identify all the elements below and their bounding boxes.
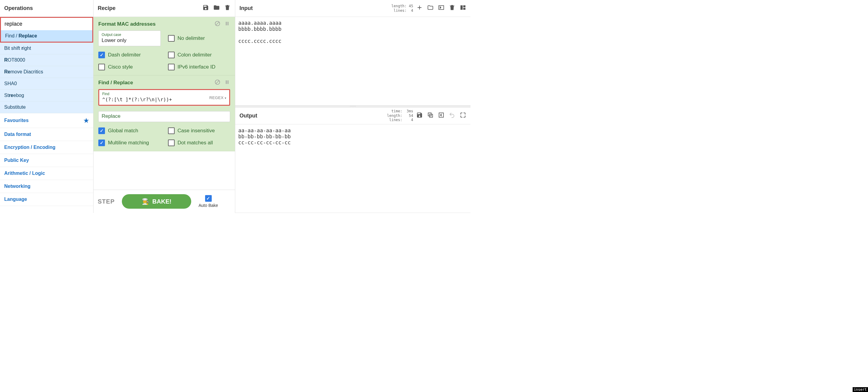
checkbox-icon [98,64,105,71]
operations-search-input[interactable] [0,17,93,30]
category-item[interactable]: Data format [0,128,93,141]
colon-delimiter-checkbox[interactable]: Colon delimiter [168,52,230,58]
step-button[interactable]: STEP [98,198,115,205]
operation-result[interactable]: Find / Replace [0,30,93,43]
io-resize-handle[interactable] [235,106,470,108]
category-item[interactable]: Encryption / Encoding [0,141,93,154]
save-recipe-icon[interactable] [203,4,209,12]
svg-rect-7 [228,80,228,84]
copy-output-icon[interactable] [427,112,434,120]
multiline-checkbox[interactable]: Multiline matching [98,140,161,146]
ipv6-interface-checkbox[interactable]: IPv6 interface ID [168,64,230,71]
checkbox-icon [168,52,175,58]
find-type-dropdown[interactable]: REGEX [209,95,226,100]
operations-header: Operations [0,0,93,17]
bake-bar: STEP 👨‍🍳 BAKE! Auto Bake [93,190,235,213]
checkbox-icon [205,195,212,202]
no-delimiter-checkbox[interactable]: No delimiter [168,30,230,46]
svg-line-1 [216,22,219,25]
dot-matches-all-checkbox[interactable]: Dot matches all [168,140,230,146]
operation-result[interactable]: Remove Diacritics [0,66,93,78]
svg-rect-10 [463,5,465,7]
input-title: Input [240,5,253,11]
operation-result[interactable]: Bit shift right [0,43,93,54]
category-item[interactable]: Language [0,193,93,206]
open-recipe-icon[interactable] [213,4,220,12]
add-input-tab-icon[interactable] [416,4,423,12]
output-meta: time: 3ms length: 54 lines: 4 [387,109,413,122]
replace-input[interactable]: Replace [98,111,230,122]
cisco-style-checkbox[interactable]: Cisco style [98,64,161,71]
open-file-icon[interactable] [438,4,444,12]
bake-button[interactable]: 👨‍🍳 BAKE! [122,194,191,209]
operations-search-wrap [0,17,93,30]
input-panel: Input length: 45 lines: 4 aaaa.aaaa.aaaa… [235,0,470,106]
recipe-panel: Recipe Format MAC addresses Output case … [93,0,235,213]
reset-layout-icon[interactable] [460,4,466,12]
find-input[interactable]: Find ^(?:[\t ]*(?:\r?\n|\r))+ REGEX [98,89,230,106]
output-panel: Output time: 3ms length: 54 lines: 4 aa-… [235,108,470,213]
checkbox-icon [98,140,105,146]
undo-icon[interactable] [449,112,456,120]
pause-op-icon[interactable] [224,79,230,86]
checkbox-icon [168,35,175,42]
disable-op-icon[interactable] [214,21,220,27]
output-case-select[interactable]: Output case Lower only [98,30,161,46]
input-textarea[interactable]: aaaa.aaaa.aaaa bbbb.bbbb.bbbb cccc.cccc.… [235,17,470,105]
recipe-op-title: Find / Replace [98,80,133,86]
checkbox-icon [168,128,175,134]
category-item[interactable]: Networking [0,180,93,193]
recipe-title: Recipe [98,5,116,11]
checkbox-icon [168,64,175,71]
svg-rect-2 [226,22,227,25]
case-insensitive-checkbox[interactable]: Case insensitive [168,128,230,134]
category-favourites[interactable]: Favourites ★ [0,113,93,128]
pause-op-icon[interactable] [224,21,230,27]
save-output-icon[interactable] [416,112,423,120]
io-panel: Input length: 45 lines: 4 aaaa.aaaa.aaaa… [235,0,470,213]
maximise-output-icon[interactable] [460,112,466,120]
svg-rect-9 [461,5,463,10]
operations-title: Operations [4,5,33,11]
replace-input-icon[interactable] [438,112,444,120]
operations-panel: Operations Find / Replace Bit shift righ… [0,0,93,213]
input-meta: length: 45 lines: 4 [392,4,413,13]
clear-recipe-icon[interactable] [224,4,231,12]
recipe-header: Recipe [93,0,235,17]
auto-bake-toggle[interactable]: Auto Bake [198,195,218,208]
recipe-op-title: Format MAC addresses [98,21,156,27]
global-match-checkbox[interactable]: Global match [98,128,161,134]
clear-input-icon[interactable] [449,4,456,12]
star-icon: ★ [84,117,89,124]
svg-rect-11 [463,8,465,10]
output-text: aa-aa-aa-aa-aa-aa bb-bb-bb-bb-bb-bb cc-c… [235,124,470,213]
checkbox-icon [168,140,175,146]
checkbox-icon [98,128,105,134]
dash-delimiter-checkbox[interactable]: Dash delimiter [98,52,161,58]
svg-rect-6 [226,80,227,84]
open-folder-icon[interactable] [427,4,434,12]
operation-result[interactable]: Substitute [0,102,93,113]
checkbox-icon [98,52,105,58]
disable-op-icon[interactable] [214,79,220,86]
chef-icon: 👨‍🍳 [142,198,149,205]
recipe-list: Format MAC addresses Output case Lower o… [93,17,235,190]
operation-result[interactable]: Streebog [0,90,93,102]
svg-rect-3 [228,22,228,25]
operations-results-list: Find / Replace Bit shift right ROT8000 R… [0,30,93,213]
recipe-op-find-replace: Find / Replace Find ^(?:[\t ]*(?:\r?\n|\… [93,76,235,151]
output-title: Output [240,113,257,119]
category-item[interactable]: Public Key [0,154,93,167]
recipe-op-format-mac: Format MAC addresses Output case Lower o… [93,17,235,76]
operation-result[interactable]: SHA0 [0,78,93,90]
operation-result[interactable]: ROT8000 [0,54,93,66]
category-item[interactable]: Arithmetic / Logic [0,167,93,180]
svg-line-5 [216,81,219,84]
